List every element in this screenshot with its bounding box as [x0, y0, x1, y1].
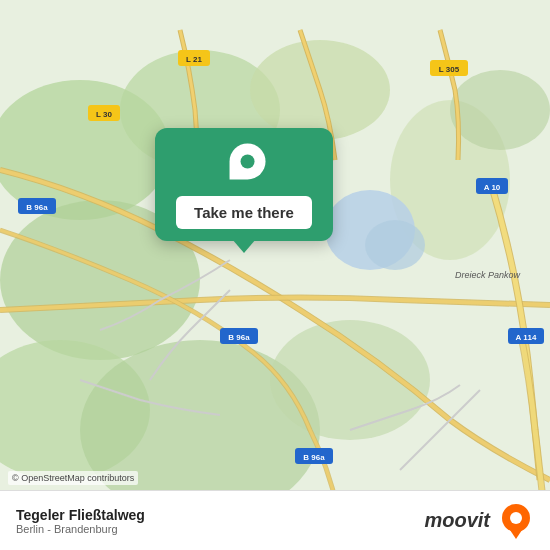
svg-point-30 [510, 512, 522, 524]
svg-point-11 [365, 220, 425, 270]
moovit-logo: moovit [424, 503, 534, 539]
moovit-logo-icon [498, 503, 534, 539]
svg-text:B 96a: B 96a [228, 333, 250, 342]
location-subtitle: Berlin - Brandenburg [16, 523, 145, 535]
svg-text:B 96a: B 96a [303, 453, 325, 462]
copyright-notice: © OpenStreetMap contributors [8, 471, 138, 485]
map-pin-icon [230, 143, 266, 179]
moovit-brand-text: moovit [424, 509, 490, 532]
bottom-bar: Tegeler Fließtalweg Berlin - Brandenburg… [0, 490, 550, 550]
location-info: Tegeler Fließtalweg Berlin - Brandenburg [16, 507, 145, 535]
svg-text:A 114: A 114 [515, 333, 537, 342]
map-pin-wrapper [215, 136, 273, 194]
svg-marker-31 [508, 527, 524, 539]
svg-point-7 [270, 320, 430, 440]
svg-text:L 21: L 21 [186, 55, 202, 64]
svg-text:L 30: L 30 [96, 110, 112, 119]
popup-card: Take me there [155, 128, 333, 241]
map-background: B 96a B 96a B 96a L 30 L 21 L 305 A 10 A… [0, 0, 550, 550]
svg-text:B 96a: B 96a [26, 203, 48, 212]
svg-text:A 10: A 10 [484, 183, 501, 192]
take-me-there-button[interactable]: Take me there [176, 196, 312, 229]
map-container: B 96a B 96a B 96a L 30 L 21 L 305 A 10 A… [0, 0, 550, 550]
svg-point-9 [450, 70, 550, 150]
moovit-icon-svg [498, 503, 534, 539]
location-name: Tegeler Fließtalweg [16, 507, 145, 523]
svg-text:Dreieck Pankow: Dreieck Pankow [455, 270, 521, 280]
svg-text:L 305: L 305 [439, 65, 460, 74]
